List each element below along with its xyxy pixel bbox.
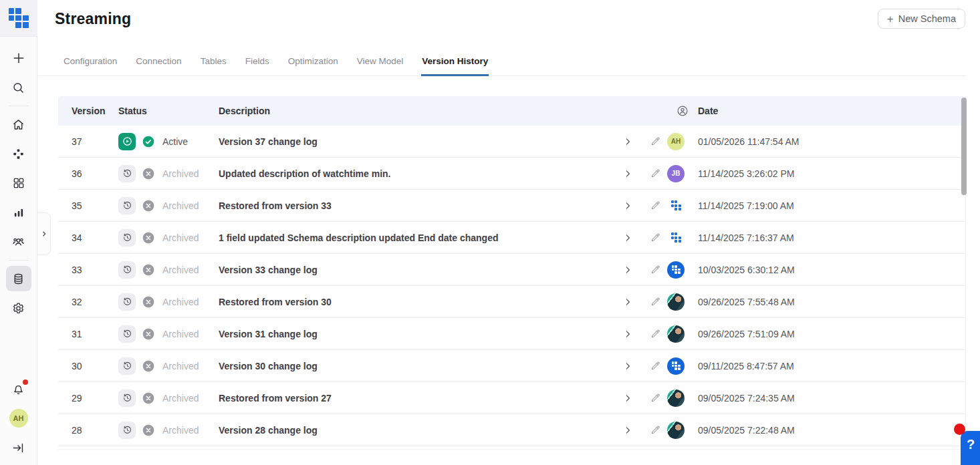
new-schema-label: New Schema (898, 13, 956, 24)
status-action-button[interactable] (118, 390, 136, 407)
expand-row-button[interactable] (612, 232, 644, 243)
chevron-right-icon (40, 230, 48, 238)
x-circle-icon (142, 327, 155, 341)
expand-row-button[interactable] (612, 329, 644, 339)
grid-logo-icon (672, 361, 681, 370)
sidebar-item-home[interactable] (6, 112, 31, 137)
status-action-button[interactable] (118, 229, 136, 247)
table-row[interactable]: 29 Archived Restored from version 27 09/… (58, 382, 965, 414)
restore-history-icon (122, 168, 132, 178)
tab-connection[interactable]: Connection (135, 51, 182, 76)
sidebar-item-dashboard[interactable] (6, 170, 31, 196)
version-cell: 37 (72, 136, 118, 147)
table-row[interactable]: 35 Archived Restored from version 33 11/… (58, 190, 965, 222)
edit-description-button[interactable] (644, 360, 667, 371)
page-title: Streaming (55, 10, 131, 28)
row-user-avatar (667, 422, 685, 439)
date-cell: 11/14/2025 7:19:00 AM (698, 200, 965, 211)
restore-history-icon (122, 393, 132, 403)
play-circle-icon (122, 136, 133, 147)
pencil-icon (650, 232, 661, 243)
table-row[interactable]: 33 Archived Version 33 change log 10/03/… (58, 254, 965, 286)
help-label: ? (967, 437, 975, 465)
sidebar-item-apps[interactable] (6, 141, 31, 166)
table-row[interactable]: 28 Archived Version 28 change log 09/05/… (58, 414, 965, 446)
row-user-avatar (667, 325, 685, 343)
notifications-button[interactable] (6, 376, 31, 402)
edit-description-button[interactable] (644, 424, 667, 436)
status-cell: Archived (118, 165, 219, 182)
expand-row-button[interactable] (612, 168, 644, 179)
avatar-initials: AH (671, 138, 681, 145)
tab-fields[interactable]: Fields (245, 51, 270, 76)
sidebar-item-data[interactable] (6, 266, 31, 291)
expand-row-button[interactable] (612, 200, 644, 211)
vertical-scrollbar[interactable] (961, 98, 967, 195)
status-action-button[interactable] (118, 261, 136, 279)
status-action-button[interactable] (118, 133, 136, 150)
edit-description-button[interactable] (644, 264, 667, 275)
tab-tables[interactable]: Tables (200, 51, 227, 76)
header-version: Version (72, 106, 118, 116)
expand-row-button[interactable] (612, 265, 644, 275)
expand-row-button[interactable] (612, 361, 644, 371)
status-action-button[interactable] (118, 325, 136, 343)
x-circle-icon (142, 392, 155, 405)
edit-description-button[interactable] (644, 392, 667, 404)
pencil-icon (650, 264, 661, 275)
sidebar-item-users[interactable] (6, 229, 31, 255)
sidebar-item-settings[interactable] (6, 295, 31, 321)
x-circle-icon (142, 295, 155, 309)
x-circle-icon (142, 231, 155, 245)
restore-history-icon (122, 232, 132, 243)
edit-description-button[interactable] (644, 136, 667, 147)
status-label: Archived (162, 168, 199, 179)
description-cell: Restored from version 33 (219, 200, 612, 211)
chevron-right-icon (622, 200, 633, 211)
tab-version-history[interactable]: Version History (421, 51, 489, 76)
table-row[interactable]: 36 Archived Updated description of watch… (58, 158, 965, 190)
edit-description-button[interactable] (644, 296, 667, 307)
user-avatar[interactable]: AH (9, 409, 28, 428)
chevron-right-icon (622, 297, 633, 307)
expand-row-button[interactable] (612, 425, 644, 436)
main-content: Streaming + New Schema ConfigurationConn… (38, 0, 980, 450)
edit-description-button[interactable] (644, 232, 667, 243)
new-schema-button[interactable]: + New Schema (878, 9, 965, 29)
expand-row-button[interactable] (612, 393, 644, 404)
tab-configuration[interactable]: Configuration (63, 51, 118, 76)
app-logo[interactable] (0, 0, 37, 37)
row-user-avatar: AH (667, 133, 685, 150)
status-action-button[interactable] (118, 197, 136, 214)
sign-out-button[interactable] (6, 435, 31, 460)
dashboard-icon (12, 176, 25, 190)
x-circle-icon (142, 263, 155, 277)
edit-description-button[interactable] (644, 168, 667, 179)
table-row[interactable]: 37 Active Version 37 change log AH 01/05… (58, 126, 965, 158)
sidebar-item-analytics[interactable] (6, 200, 31, 225)
new-item-button[interactable] (6, 45, 31, 71)
table-row[interactable]: 34 Archived 1 field updated Schema descr… (58, 222, 965, 254)
search-button[interactable] (6, 75, 31, 100)
status-action-button[interactable] (118, 165, 136, 182)
table-row[interactable]: 31 Archived Version 31 change log 09/26/… (58, 318, 965, 350)
expand-row-button[interactable] (612, 297, 644, 307)
restore-history-icon (122, 329, 132, 339)
status-action-button[interactable] (118, 422, 136, 439)
table-row[interactable]: 30 Archived Version 30 change log 09/11/… (58, 350, 965, 382)
tab-optimization[interactable]: Optimization (287, 51, 339, 76)
edit-description-button[interactable] (644, 200, 667, 211)
sidebar-expand-handle[interactable] (37, 212, 51, 255)
database-icon (11, 272, 25, 286)
status-action-button[interactable] (118, 293, 136, 311)
status-action-button[interactable] (118, 357, 136, 375)
date-cell: 09/11/2025 8:47:57 AM (698, 361, 965, 371)
expand-row-button[interactable] (612, 136, 644, 147)
table-row[interactable]: 32 Archived Restored from version 30 09/… (58, 286, 965, 318)
edit-description-button[interactable] (644, 328, 667, 339)
tab-view-model[interactable]: View Model (356, 51, 404, 76)
help-button[interactable]: ? (961, 431, 980, 465)
avatar-initials: JB (672, 170, 681, 177)
bar-chart-icon (12, 206, 25, 219)
status-label: Archived (162, 393, 199, 404)
